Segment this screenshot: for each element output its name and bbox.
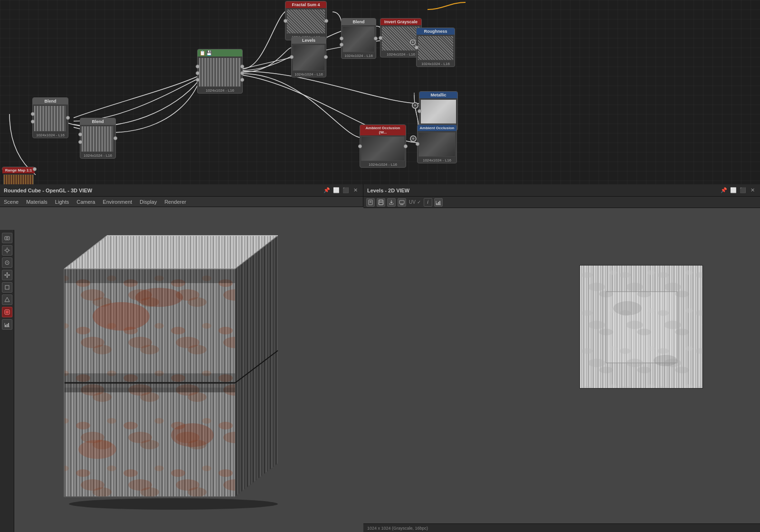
node-header-blend-left2: Blend [80,118,115,125]
node-invert-grayscale[interactable]: Invert Grayscale 1024x1024 - L16 [380,18,422,57]
svg-point-99 [613,301,642,315]
node-blend-left2[interactable]: Blend 1024x1024 - L16 [80,118,116,159]
node-range-map[interactable]: Range Map 1:1 [2,167,35,171]
panel-controls-2d: 📌 ⬜ ⬛ ✕ [720,187,756,194]
texture-svg [580,266,703,389]
toolbar-wireframe-btn[interactable] [2,294,12,305]
node-roughness[interactable]: Roughness 1024x1024 - L16 ⊕ [416,28,455,67]
node-ambient-occ2[interactable]: ⊕ Ambient Occlusion 1024x1024 - L16 [417,124,457,163]
menu-renderer[interactable]: Renderer [163,199,187,205]
node-blend-left1[interactable]: Blend 1024x1024 - L16 [32,97,68,138]
svg-rect-21 [5,325,6,327]
svg-rect-15 [5,285,9,289]
svg-rect-54 [64,373,235,388]
svg-rect-55 [64,388,235,392]
svg-point-53 [135,288,183,307]
node-header-roughness: Roughness [417,28,455,35]
node-header-range: Range Map 1:1 [2,167,35,173]
pin-icon[interactable]: 📌 [323,187,331,194]
node-editor[interactable]: Fractal Sum 4 1024x1024 - L16 Blend 1024… [0,0,760,184]
btn-2d-save[interactable] [377,198,385,207]
node-header-metallic: Metallic [419,92,457,98]
btn-2d-export[interactable] [387,198,396,207]
menu-environment[interactable]: Environment [102,199,133,205]
toolbar-box-btn[interactable] [2,282,12,293]
bottom-panels: Rounded Cube - OpenGL - 3D VIEW 📌 ⬜ ⬛ ✕ … [0,184,760,532]
svg-point-8 [7,262,8,263]
panel-title-3d: Rounded Cube - OpenGL - 3D VIEW [4,188,320,193]
svg-marker-11 [6,272,8,274]
panel-title-2d: Levels - 2D VIEW [367,188,717,193]
toolbar-camera-btn[interactable] [2,233,12,243]
menu-materials[interactable]: Materials [25,199,48,205]
btn-2d-display[interactable] [398,198,406,207]
texture-preview-2d [580,265,703,389]
toolbar-move-btn[interactable] [2,270,12,280]
svg-point-1 [6,238,8,239]
cube-shadow [69,498,278,510]
svg-marker-73 [390,202,393,203]
node-blend-top[interactable]: Blend 1024x1024 - L16 [341,18,376,59]
svg-marker-14 [9,274,10,276]
node-main[interactable]: 📋💾 1024x1024 - L16 [197,49,243,94]
toolbar-chart-btn[interactable] [2,319,12,330]
node-levels[interactable]: Levels 1024x1024 - L16 [291,37,326,77]
svg-rect-18 [6,311,9,314]
svg-rect-81 [438,202,439,205]
pin-icon-2d[interactable]: 📌 [720,187,728,194]
viewport-2d[interactable] [363,208,760,532]
svg-point-52 [78,440,116,459]
cube-svg [26,221,335,525]
toolbar-2d: UV ✓ i [363,197,760,208]
svg-marker-13 [4,274,6,276]
svg-marker-16 [5,297,10,302]
toolbar-object-btn[interactable] [2,257,12,268]
btn-2d-chart[interactable] [434,198,443,207]
node-ambient-occ1[interactable]: Ambient Occlusion (W... 1024x1024 - L16 [360,124,406,168]
btn-2d-info[interactable]: i [424,198,432,207]
view-3d-panel: Rounded Cube - OpenGL - 3D VIEW 📌 ⬜ ⬛ ✕ … [0,184,363,532]
node-header-invert: Invert Grayscale [380,19,421,25]
node-fractal-sum[interactable]: Fractal Sum 4 1024x1024 - L16 [285,1,327,40]
svg-rect-22 [7,324,8,327]
svg-rect-71 [379,202,383,205]
3d-cube-mesh [26,221,335,525]
restore-icon[interactable]: ⬜ [332,187,340,194]
svg-point-50 [93,302,150,331]
uv-label: UV ✓ [408,200,422,205]
menu-scene[interactable]: Scene [3,199,19,205]
left-toolbar-3d [0,230,14,532]
menu-camera[interactable]: Camera [76,199,96,205]
viewport-3d[interactable] [0,207,363,532]
restore-icon-2d[interactable]: ⬜ [730,187,737,194]
menu-bar-3d: Scene Materials Lights Camera Environmen… [0,197,363,207]
node-header-blend-top: Blend [342,19,376,25]
panel-header-3d: Rounded Cube - OpenGL - 3D VIEW 📌 ⬜ ⬛ ✕ [0,184,363,197]
close-icon-2d[interactable]: ✕ [749,187,756,194]
svg-rect-74 [399,200,404,204]
maximize-icon-3d[interactable]: ⬛ [342,187,350,194]
toolbar-light-btn[interactable] [2,245,12,256]
svg-rect-70 [380,200,382,202]
node-header-ambient1: Ambient Occlusion (W... [360,125,406,135]
svg-point-51 [171,423,214,447]
menu-lights[interactable]: Lights [54,199,70,205]
svg-rect-82 [439,201,440,205]
node-header-main: 📋💾 [198,49,242,57]
panel-controls-3d: 📌 ⬜ ⬛ ✕ [323,187,359,194]
toolbar-material-btn[interactable] [2,307,12,317]
svg-rect-80 [437,203,437,205]
svg-marker-49 [64,269,235,283]
svg-point-100 [654,355,677,366]
svg-rect-23 [8,323,9,327]
node-header-ambient2: Ambient Occlusion [418,125,456,131]
status-bar-2d: 1024 x 1024 (Grayscale, 16bpc) [363,523,760,532]
node-header-fractal: Fractal Sum 4 [285,1,326,8]
node-header-levels: Levels [292,37,326,44]
svg-point-2 [6,249,9,252]
close-icon-3d[interactable]: ✕ [352,187,359,194]
status-resolution: 1024 x 1024 (Grayscale, 16bpc) [367,526,428,531]
maximize-icon-2d[interactable]: ⬛ [739,187,747,194]
menu-display[interactable]: Display [139,199,158,205]
btn-2d-file[interactable] [366,198,375,207]
